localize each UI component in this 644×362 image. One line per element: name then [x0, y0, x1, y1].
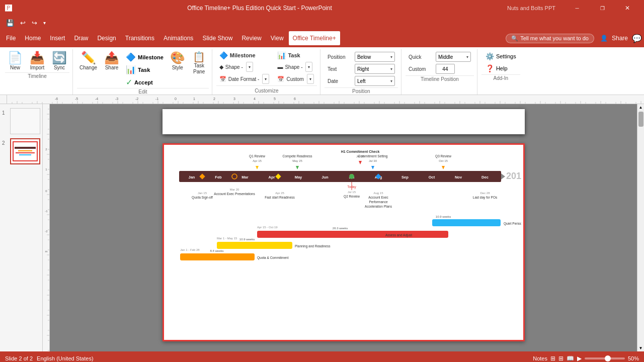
svg-text:Q3 Review: Q3 Review	[435, 154, 451, 158]
accept-label: Accept	[134, 79, 153, 85]
milestone-shape-dropdown[interactable]	[246, 62, 253, 72]
svg-text:Fast start Readiness: Fast start Readiness	[265, 196, 295, 199]
task-dateformat-row: 📅 Custom	[277, 73, 313, 84]
canvas-area[interactable]: Q1 Review Apr 15 Compete Readiness May 2…	[50, 104, 637, 351]
comment-icon[interactable]: 💬	[632, 34, 642, 43]
quick-access-toolbar: 💾 ↩ ↪ ▾	[0, 16, 644, 29]
date-position-dropdown[interactable]: Left ▾	[355, 76, 395, 86]
slide-show-icon[interactable]: ▶	[577, 355, 582, 362]
change-btn[interactable]: ✏️ Change	[77, 50, 100, 72]
undo-btn[interactable]: ↩	[18, 18, 28, 28]
quick-arrow-icon: ▾	[466, 55, 468, 59]
menu-home[interactable]: Home	[21, 31, 45, 45]
milestone-header-icon: 🔷	[219, 51, 228, 59]
menu-animations[interactable]: Animations	[159, 31, 197, 45]
timeline-svg: Q1 Review Apr 15 Compete Readiness May 2…	[169, 150, 521, 333]
help-btn[interactable]: ❓ Help	[484, 63, 518, 73]
task-shape-dropdown[interactable]	[305, 62, 312, 72]
date-arrow-icon: ▾	[390, 79, 392, 83]
quick-dropdown[interactable]: Middle ▾	[436, 52, 471, 62]
normal-view-icon[interactable]: ⊞	[550, 355, 555, 362]
milestone-dateformat-dropdown[interactable]	[262, 74, 269, 84]
scroll-thumb[interactable]	[638, 112, 643, 127]
menu-transitions[interactable]: Transitions	[121, 31, 158, 45]
text-arrow-icon: ▾	[390, 67, 392, 71]
share-btn[interactable]: Share	[612, 35, 628, 42]
svg-text:4: 4	[254, 97, 256, 101]
milestone-dateformat-row: 📅 Date Format -	[219, 73, 270, 84]
svg-text:-1: -1	[45, 210, 48, 213]
notes-btn[interactable]: Notes	[533, 355, 547, 361]
menu-office-timeline[interactable]: Office Timeline+	[289, 31, 340, 45]
new-label: New	[10, 65, 20, 71]
reading-view-icon[interactable]: 📖	[567, 355, 574, 362]
import-label: Import	[30, 65, 44, 71]
menu-design[interactable]: Design	[93, 31, 120, 45]
menu-review[interactable]: Review	[237, 31, 265, 45]
svg-marker-42	[442, 166, 445, 169]
ribbon-group-timeline-position: Quick Middle ▾ Custom Timeline Position	[403, 49, 477, 95]
menu-view[interactable]: View	[267, 31, 288, 45]
task-icon: 📊	[126, 65, 136, 74]
scroll-up-icon[interactable]: ▲	[639, 105, 643, 110]
svg-rect-84	[257, 231, 448, 238]
svg-text:Account Exec Presentations: Account Exec Presentations	[214, 192, 255, 196]
share-ribbon-label: Share	[105, 65, 119, 71]
style-btn[interactable]: 🎨 Style	[168, 50, 188, 72]
menu-slideshow[interactable]: Slide Show	[198, 31, 236, 45]
milestone-customize-col: 🔷 Milestone ◆ Shape - 📅 Date Format -	[219, 51, 270, 84]
svg-text:Nov: Nov	[454, 175, 462, 179]
change-label: Change	[79, 65, 97, 71]
close-btn[interactable]: ✕	[616, 0, 639, 16]
new-btn[interactable]: 📄 New	[5, 50, 25, 72]
menu-draw[interactable]: Draw	[70, 31, 92, 45]
svg-point-62	[349, 174, 354, 179]
minimize-btn[interactable]: ─	[566, 0, 589, 16]
position-dropdown[interactable]: Below ▾	[355, 52, 395, 62]
scroll-down-icon[interactable]: ▼	[639, 346, 643, 350]
milestone-btn[interactable]: 🔷 Milestone	[124, 51, 166, 63]
svg-text:0: 0	[175, 97, 177, 101]
task-pane-btn[interactable]: 📋 TaskPane	[190, 50, 209, 76]
quick-label: Quick	[409, 54, 434, 60]
svg-marker-36	[359, 161, 362, 164]
svg-text:5: 5	[274, 97, 276, 101]
ribbon: 📄 New 📥 Import 🔄 Sync Timeline ✏️ Cha	[0, 47, 644, 95]
slide-sorter-icon[interactable]: ⊞	[558, 355, 564, 362]
task-btn[interactable]: 📊 Task	[124, 64, 166, 75]
slide-2-preview[interactable]	[10, 138, 40, 164]
slide-2-container: Q1 Review Apr 15 Compete Readiness May 2…	[163, 143, 525, 341]
svg-text:Dec: Dec	[481, 175, 489, 179]
svg-text:Jun: Jun	[321, 175, 329, 179]
accept-btn[interactable]: ✓ Accept	[124, 76, 166, 88]
slide-1-thumb[interactable]: 1	[2, 108, 40, 134]
custom-input[interactable]	[436, 64, 455, 74]
share-ribbon-btn[interactable]: 📤 Share	[102, 50, 122, 72]
sync-btn[interactable]: 🔄 Sync	[49, 50, 69, 72]
statusbar: Slide 2 of 2 English (United States) Not…	[0, 351, 644, 362]
menubar: File Home Insert Draw Design Transitions…	[0, 29, 644, 47]
slide-2-thumb[interactable]: 2	[2, 138, 40, 164]
redo-btn[interactable]: ↪	[30, 18, 39, 28]
task-dateformat-dropdown[interactable]	[307, 74, 314, 84]
restore-btn[interactable]: ❐	[591, 0, 614, 16]
svg-text:Quota Sign-off: Quota Sign-off	[192, 196, 213, 200]
customize-qa-btn[interactable]: ▾	[41, 19, 48, 27]
app-icon: 🅿	[5, 4, 12, 12]
text-position-dropdown[interactable]: Right ▾	[355, 64, 395, 74]
task-col-header: 📊 Task	[277, 51, 313, 59]
import-btn[interactable]: 📥 Import	[27, 50, 47, 72]
zoom-thumb[interactable]	[605, 355, 611, 361]
zoom-slider[interactable]	[585, 357, 625, 359]
svg-rect-20	[43, 104, 49, 351]
menu-insert[interactable]: Insert	[46, 31, 69, 45]
slide-top-blank	[163, 109, 525, 134]
save-btn[interactable]: 💾	[4, 18, 16, 28]
svg-text:May 25: May 25	[292, 159, 302, 162]
tell-me-search[interactable]: 🔍 Tell me what you want to do	[506, 34, 594, 43]
vertical-scrollbar[interactable]: ▲ ▼	[637, 104, 644, 351]
settings-btn[interactable]: ⚙️ Settings	[484, 51, 518, 61]
svg-text:Jan: Jan	[188, 175, 195, 179]
slide-1-preview[interactable]	[10, 108, 40, 134]
menu-file[interactable]: File	[2, 31, 20, 45]
